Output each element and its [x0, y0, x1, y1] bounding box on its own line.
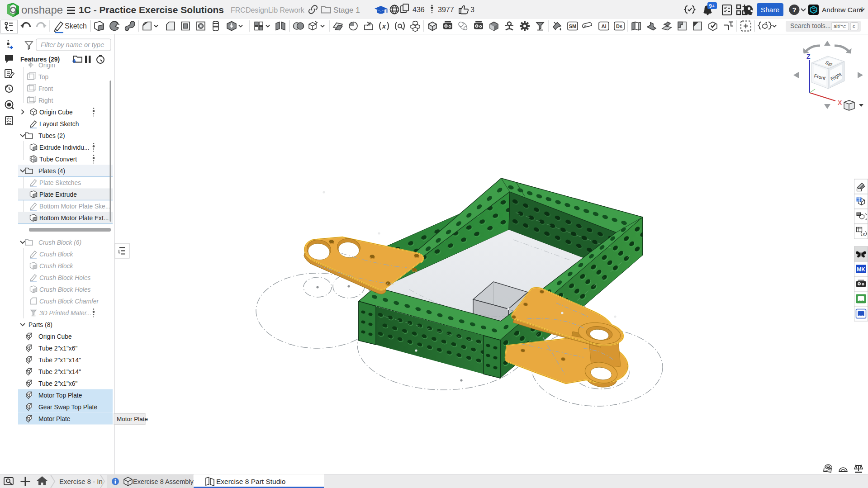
svg-text:Exercise 8 Assembly: Exercise 8 Assembly	[133, 478, 194, 485]
svg-text:Exercise 8 - Ind: Exercise 8 - Ind	[59, 478, 106, 485]
svg-text:Crush Block Holes: Crush Block Holes	[39, 286, 91, 293]
svg-text:Z: Z	[806, 53, 811, 60]
svg-text:Exercise 8 Part Studio: Exercise 8 Part Studio	[216, 478, 285, 485]
svg-text:Parts (8): Parts (8)	[28, 322, 52, 328]
svg-text:Origin Cube: Origin Cube	[39, 109, 73, 116]
svg-text:Plate Sketches: Plate Sketches	[39, 180, 81, 186]
svg-text:Origin Cube: Origin Cube	[38, 333, 72, 340]
svg-text:3: 3	[470, 6, 474, 14]
svg-text:onshape: onshape	[21, 4, 63, 16]
svg-text:Plate Extrude: Plate Extrude	[39, 191, 77, 198]
svg-text:Plates (4): Plates (4)	[38, 168, 65, 175]
svg-text:Ai: Ai	[602, 24, 607, 29]
svg-text:Tubes (2): Tubes (2)	[38, 133, 65, 139]
svg-text:Gear Swap Top Plate: Gear Swap Top Plate	[38, 404, 97, 411]
svg-text:Tube 2"x1"x6": Tube 2"x1"x6"	[38, 345, 77, 352]
svg-text:Share: Share	[761, 6, 779, 14]
svg-text:SM: SM	[569, 24, 577, 29]
svg-text:436: 436	[413, 6, 425, 14]
svg-text:Front: Front	[38, 85, 53, 92]
svg-text:Top: Top	[38, 74, 49, 81]
svg-text:alt/⌥: alt/⌥	[834, 24, 846, 29]
svg-text:Origin: Origin	[38, 62, 55, 69]
svg-text:Tube Convert: Tube Convert	[39, 156, 77, 163]
svg-text:MK: MK	[857, 266, 865, 273]
svg-text:Tube 2"x1"x6": Tube 2"x1"x6"	[38, 380, 77, 387]
svg-text:Ds: Ds	[616, 24, 622, 29]
svg-text:Crush Block Chamfer: Crush Block Chamfer	[39, 298, 100, 305]
svg-text:X: X	[838, 99, 842, 106]
svg-text:1C - Practice Exercise Solutio: 1C - Practice Exercise Solutions	[79, 5, 224, 15]
svg-text:Bottom Motor Plate Ske...: Bottom Motor Plate Ske...	[39, 203, 110, 210]
svg-text:Search tools...: Search tools...	[790, 22, 831, 29]
svg-text:Motor Plate: Motor Plate	[117, 416, 148, 422]
svg-text:Right: Right	[38, 97, 53, 104]
svg-text:3977: 3977	[438, 6, 454, 14]
svg-text:Crush Block: Crush Block	[39, 251, 73, 258]
svg-text:Crush Block Holes: Crush Block Holes	[39, 275, 91, 281]
svg-text:Layout Sketch: Layout Sketch	[39, 121, 79, 128]
svg-text:FRCDesignLib Rework: FRCDesignLib Rework	[231, 6, 305, 14]
svg-text:Bottom Motor Plate Ext...: Bottom Motor Plate Ext...	[39, 215, 109, 222]
svg-text:Motor Plate: Motor Plate	[38, 416, 71, 422]
svg-text:?: ?	[792, 6, 796, 14]
svg-text:3D Printed Mater...: 3D Printed Mater...	[39, 310, 91, 317]
svg-text:Crush Block: Crush Block	[39, 263, 73, 270]
svg-text:c: c	[853, 24, 855, 29]
svg-text:x: x	[382, 22, 386, 30]
svg-text:Stage 1: Stage 1	[333, 6, 360, 14]
svg-text:Tube 2"x1"x14": Tube 2"x1"x14"	[38, 369, 81, 375]
svg-text:Andrew Card: Andrew Card	[822, 6, 863, 14]
svg-text:Motor Top Plate: Motor Top Plate	[38, 392, 82, 399]
svg-text:Sketch: Sketch	[65, 22, 87, 30]
svg-text:Tube 2"x1"x14": Tube 2"x1"x14"	[38, 357, 81, 364]
svg-text:Filter by name or type: Filter by name or type	[41, 41, 104, 48]
svg-text:Crush Block (6): Crush Block (6)	[38, 239, 81, 246]
svg-text:9+: 9+	[709, 3, 715, 9]
svg-text:Extrude Individu...: Extrude Individu...	[39, 144, 89, 151]
